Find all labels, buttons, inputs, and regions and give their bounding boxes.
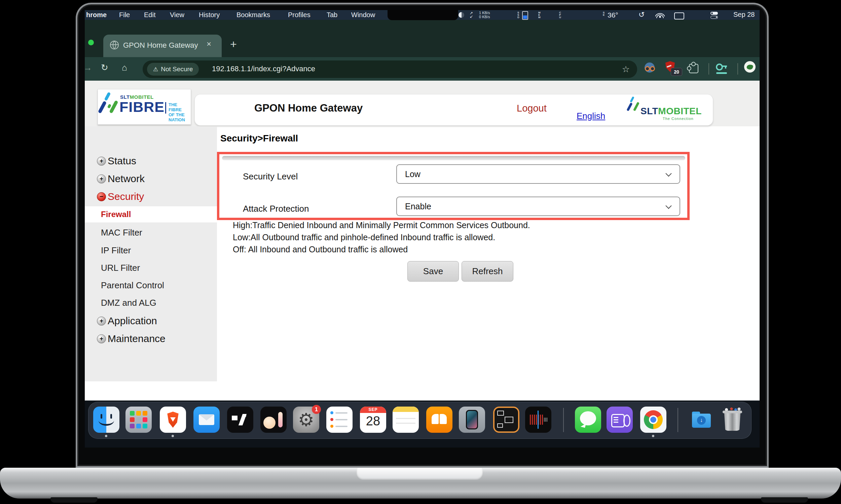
sidebar-item-firewall[interactable]: Firewall <box>85 206 217 222</box>
logo-tagline: THE FIBRE OF THE NATION <box>169 102 191 122</box>
dock-separator <box>563 408 564 432</box>
not-secure-chip[interactable]: ⚠ Not Secure <box>147 63 199 76</box>
time-machine-icon[interactable]: ↺ <box>638 11 645 18</box>
expand-plus-icon[interactable]: + <box>97 317 106 326</box>
logo-divider <box>165 102 166 113</box>
description-low: Low:All Outbound traffic and pinhole-def… <box>233 233 495 242</box>
breadcrumb: Security>Firewall <box>220 133 298 144</box>
warning-icon: ⚠ <box>153 66 158 73</box>
logout-link[interactable]: Logout <box>517 103 547 114</box>
collapse-minus-icon[interactable]: − <box>97 192 106 201</box>
sidebar-item-url-filter[interactable]: URL Filter <box>101 263 140 273</box>
attack-protection-value: Enable <box>405 202 431 211</box>
fibre-logo-card: SLTMOBITEL FIBRE THE FIBRE OF THE NATION <box>98 89 191 125</box>
menu-bookmarks[interactable]: Bookmarks <box>237 10 270 20</box>
menu-date[interactable]: Sep 28 <box>733 11 755 18</box>
menu-app-chrome[interactable]: hrome <box>86 10 107 20</box>
dock-downloads-folder-icon[interactable]: ↓ <box>688 407 715 433</box>
shield-badge: 20 <box>671 68 682 76</box>
sidebar-label: Application <box>108 315 157 327</box>
sidebar-item-security[interactable]: − Security <box>97 190 144 204</box>
ssd-label: SSD <box>517 12 520 18</box>
sidebar-item-ip-filter[interactable]: IP Filter <box>101 245 131 256</box>
sidebar-item-mac-filter[interactable]: MAC Filter <box>101 227 142 238</box>
dock-tradingview-icon[interactable] <box>227 407 253 433</box>
dock-capture-app-icon[interactable] <box>493 407 519 433</box>
toolbar-divider <box>737 63 738 75</box>
menu-history[interactable]: History <box>199 10 220 20</box>
dock-ring-app-icon[interactable] <box>260 407 287 433</box>
extension-goggles-icon[interactable] <box>645 62 655 73</box>
wifi-icon[interactable] <box>655 12 665 18</box>
logo-slash <box>104 92 111 101</box>
dock-books-icon[interactable] <box>426 407 452 433</box>
profile-avatar[interactable] <box>744 61 756 73</box>
attack-protection-select[interactable]: Enable <box>396 197 680 216</box>
network-speed[interactable]: 1 KB/s 0 KB/s <box>479 11 490 19</box>
dock-notes-icon[interactable] <box>393 407 419 433</box>
halfmoon-icon[interactable] <box>459 12 464 18</box>
dock-voice-memos-icon[interactable] <box>525 407 551 433</box>
password-key-icon[interactable] <box>716 62 728 75</box>
url-text[interactable]: 192.168.1.1/index.cgi?Advance <box>212 65 315 73</box>
new-tab-button[interactable]: + <box>230 38 237 51</box>
bookmark-star-icon[interactable]: ☆ <box>622 64 630 75</box>
sidebar-label: Status <box>108 155 136 167</box>
laptop-lid-notch <box>357 468 483 480</box>
description-high: High:Traffic Denied Inbound and Minimall… <box>233 220 530 231</box>
brand-slash <box>630 96 634 103</box>
sensor-label: SE <box>603 12 606 16</box>
chevron-down-icon <box>665 203 671 209</box>
language-link[interactable]: English <box>577 111 605 121</box>
network-arrows-icon[interactable]: ↗↙ <box>469 12 473 18</box>
sidebar-item-parental-control[interactable]: Parental Control <box>101 280 164 291</box>
sidebar-item-network[interactable]: + Network <box>97 172 145 186</box>
expand-plus-icon[interactable]: + <box>97 334 106 343</box>
desktop: hrome File Edit View History Bookmarks P… <box>0 0 841 504</box>
menu-file[interactable]: File <box>119 10 130 20</box>
dock-iphone-mirroring-icon[interactable] <box>459 407 485 433</box>
menu-view[interactable]: View <box>170 10 184 20</box>
dock-mail-icon[interactable] <box>193 407 220 433</box>
menu-window[interactable]: Window <box>351 10 375 20</box>
display-icon[interactable] <box>674 13 684 19</box>
expand-plus-icon[interactable]: + <box>97 157 106 166</box>
dock-remote-app-icon[interactable] <box>606 407 633 433</box>
reload-icon[interactable]: ↻ <box>101 62 108 73</box>
logo-tagline-1: THE FIBRE <box>169 102 191 112</box>
refresh-button[interactable]: Refresh <box>462 261 513 282</box>
sidebar-item-application[interactable]: + Application <box>97 314 157 328</box>
security-level-select[interactable]: Low <box>396 164 680 184</box>
forward-icon[interactable]: → <box>85 62 92 73</box>
laptop-foot <box>50 497 98 503</box>
temperature-value[interactable]: 36° <box>607 11 618 19</box>
not-secure-label: Not Secure <box>161 66 193 73</box>
sidebar-item-dmz-alg[interactable]: DMZ and ALG <box>101 298 156 308</box>
extensions-puzzle-icon[interactable] <box>689 64 698 73</box>
home-icon[interactable]: ⌂ <box>122 62 127 73</box>
sltmobitel-brand-logo: SLTMOBITEL The Connection <box>627 95 704 125</box>
menu-tab[interactable]: Tab <box>327 10 338 20</box>
menu-profiles[interactable]: Profiles <box>288 10 310 20</box>
save-button[interactable]: Save <box>407 261 459 282</box>
dock-finder-icon[interactable] <box>93 407 119 433</box>
dock-reminders-icon[interactable] <box>326 407 353 433</box>
dock-launchpad-icon[interactable] <box>125 407 152 433</box>
menu-edit[interactable]: Edit <box>144 10 155 20</box>
dock-brave-icon[interactable] <box>160 407 186 433</box>
expand-plus-icon[interactable]: + <box>97 174 106 183</box>
dock-messages-icon[interactable] <box>575 407 601 433</box>
dock-trash-icon[interactable] <box>719 407 745 433</box>
sidebar-item-maintenance[interactable]: + Maintenance <box>97 331 166 346</box>
section-divider-bar <box>222 156 685 160</box>
dock-calendar-icon[interactable]: SEP 28 <box>360 407 386 433</box>
cpu-label: CPU <box>559 12 562 18</box>
address-bar[interactable]: ⚠ Not Secure 192.168.1.1/index.cgi?Advan… <box>143 60 637 78</box>
tab-close-icon[interactable]: × <box>207 39 211 49</box>
ssd-gauge-icon[interactable] <box>522 11 528 20</box>
dock-chrome-icon[interactable] <box>640 407 666 433</box>
control-center-icon[interactable] <box>710 12 718 19</box>
window-zoom-button[interactable] <box>88 40 94 46</box>
dock-settings-icon[interactable]: ⚙ 1 <box>293 407 319 433</box>
sidebar-item-status[interactable]: + Status <box>97 154 136 168</box>
